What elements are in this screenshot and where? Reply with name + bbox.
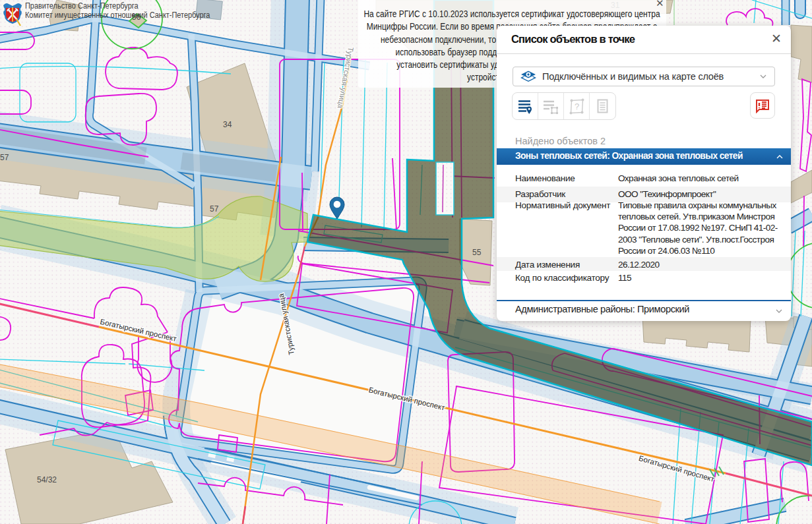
svg-text:?: ? xyxy=(574,102,578,111)
svg-text:57: 57 xyxy=(210,204,219,214)
svg-text:54/32: 54/32 xyxy=(37,475,57,484)
svg-text:57: 57 xyxy=(0,153,9,162)
svg-text:34: 34 xyxy=(223,120,232,129)
svg-text:55: 55 xyxy=(472,248,482,257)
